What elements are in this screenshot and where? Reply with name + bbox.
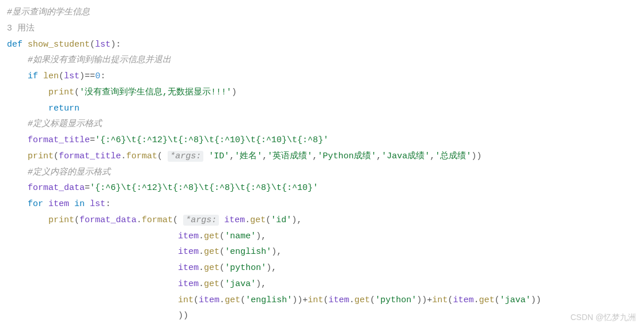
comma: , bbox=[376, 151, 381, 161]
colon: : bbox=[105, 199, 111, 209]
method: get bbox=[225, 295, 240, 305]
code-line: #定义标题显示格式 bbox=[7, 116, 637, 132]
paren: ) bbox=[266, 263, 271, 273]
comment-text: #显示查询的学生信息 bbox=[7, 7, 90, 17]
paren: ( bbox=[240, 295, 245, 305]
comment-text: #定义内容的显示格式 bbox=[28, 168, 111, 177]
string: '英语成绩' bbox=[267, 151, 312, 161]
code-line: int(item.get('english'))+int(item.get('p… bbox=[7, 292, 637, 309]
paren: ( bbox=[74, 215, 79, 225]
code-line: if len(lst)==0: bbox=[7, 69, 637, 85]
identifier: format_title bbox=[59, 151, 121, 161]
string: 'python' bbox=[225, 263, 266, 273]
code-line: )) bbox=[7, 308, 637, 324]
comma: , bbox=[297, 215, 302, 225]
paren: ( bbox=[59, 71, 64, 81]
paren: ( bbox=[54, 151, 59, 161]
code-line: print('没有查询到学生信息,无数据显示!!!') bbox=[7, 85, 637, 101]
paren: ) bbox=[256, 231, 261, 241]
colon: : bbox=[100, 71, 105, 81]
code-line: return bbox=[7, 101, 637, 117]
code-block: #显示查询的学生信息 3 用法 def show_student(lst): #… bbox=[7, 5, 637, 324]
identifier: lst bbox=[90, 199, 105, 209]
paren: )) bbox=[178, 311, 188, 321]
paren: )) bbox=[471, 151, 482, 161]
code-line: item.get('english'), bbox=[7, 244, 637, 260]
comma: , bbox=[430, 151, 435, 161]
builtin: int bbox=[178, 295, 194, 305]
method: format bbox=[142, 215, 173, 225]
comma: , bbox=[229, 151, 234, 161]
identifier: format_title bbox=[28, 135, 90, 145]
comma: , bbox=[271, 263, 276, 273]
code-line: format_title='{:^6}\t{:^12}\t{:^8}\t{:^1… bbox=[7, 132, 637, 149]
paren: ) bbox=[271, 247, 276, 257]
identifier: item bbox=[328, 295, 349, 305]
comment-text: #定义标题显示格式 bbox=[28, 119, 102, 129]
operator: + bbox=[427, 295, 432, 305]
string: 'java' bbox=[499, 295, 531, 305]
string: '姓名' bbox=[234, 151, 262, 161]
paren: ) bbox=[256, 279, 261, 289]
operator: + bbox=[302, 295, 308, 305]
paren: )) bbox=[416, 295, 427, 305]
code-line: item.get('name'), bbox=[7, 229, 637, 245]
code-line: for item in lst: bbox=[7, 196, 637, 212]
paren: ) bbox=[111, 40, 116, 50]
string: 'Python成绩' bbox=[317, 151, 376, 161]
code-line: #如果没有查询到输出提示信息并退出 bbox=[7, 52, 637, 69]
comma: , bbox=[312, 151, 317, 161]
paren: ( bbox=[219, 247, 225, 257]
string: 'id' bbox=[271, 215, 291, 225]
method: get bbox=[204, 231, 219, 241]
keyword: if bbox=[28, 71, 38, 81]
method: get bbox=[204, 247, 219, 257]
identifier: item bbox=[453, 295, 473, 305]
method: get bbox=[250, 215, 266, 225]
dot: . bbox=[199, 231, 204, 241]
ide-hint: *args: bbox=[183, 215, 219, 226]
identifier: item bbox=[224, 215, 245, 225]
comma: , bbox=[276, 247, 282, 257]
string: 'java' bbox=[225, 279, 256, 289]
dot: . bbox=[199, 279, 204, 289]
identifier: format_data bbox=[28, 183, 85, 193]
dot: . bbox=[219, 295, 225, 305]
keyword: in bbox=[74, 199, 85, 209]
identifier: item bbox=[178, 247, 199, 257]
keyword: return bbox=[48, 104, 79, 113]
code-line: format_data='{:^6}\t{:^12}\t{:^8}\t{:^8}… bbox=[7, 180, 637, 196]
dot: . bbox=[121, 151, 126, 161]
paren: ( bbox=[194, 295, 199, 305]
paren: ( bbox=[266, 215, 271, 225]
code-line: #显示查询的学生信息 bbox=[7, 5, 637, 21]
code-line: item.get('python'), bbox=[7, 260, 637, 276]
code-line: 3 用法 bbox=[7, 21, 637, 37]
builtin: print bbox=[48, 215, 74, 225]
paren: ) bbox=[79, 71, 85, 81]
paren: ( bbox=[219, 231, 225, 241]
string: '总成绩' bbox=[435, 151, 471, 161]
comma: , bbox=[261, 279, 266, 289]
number: 0 bbox=[95, 71, 100, 81]
code-line: item.get('java'), bbox=[7, 276, 637, 292]
paren: ) bbox=[291, 215, 297, 225]
dot: . bbox=[199, 247, 204, 257]
paren: ( bbox=[370, 295, 375, 305]
paren: ( bbox=[90, 40, 95, 50]
usage-text: 3 用法 bbox=[7, 24, 35, 33]
identifier: item bbox=[199, 295, 219, 305]
paren: ) bbox=[232, 87, 237, 97]
builtin: len bbox=[43, 71, 59, 81]
dot: . bbox=[137, 215, 142, 225]
method: format bbox=[126, 151, 157, 161]
string: 'name' bbox=[225, 231, 256, 241]
string: 'english' bbox=[245, 295, 292, 305]
paren: ( bbox=[219, 279, 225, 289]
operator: = bbox=[90, 135, 95, 145]
method: get bbox=[354, 295, 370, 305]
dot: . bbox=[349, 295, 354, 305]
paren: ( bbox=[219, 263, 225, 273]
paren: ( bbox=[173, 215, 178, 225]
string: 'Java成绩' bbox=[381, 151, 430, 161]
